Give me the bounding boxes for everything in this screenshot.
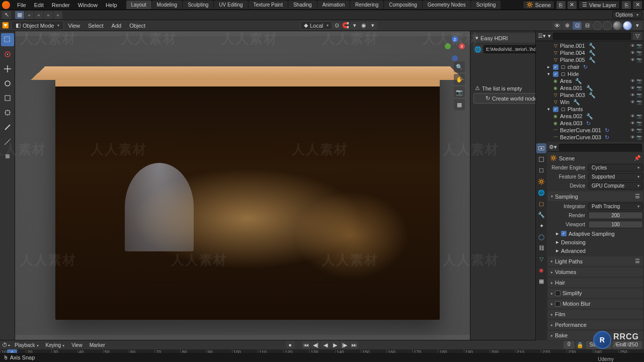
overlay-toggle[interactable]: ⊡ [573, 22, 582, 30]
hide-viewport-toggle[interactable]: 👁 [629, 134, 635, 140]
collection-checkbox[interactable]: ✓ [553, 71, 558, 77]
hdri-path-field[interactable]: E:\Media\Vid...terior\..\hdri\ [484, 45, 542, 53]
hide-render-toggle[interactable]: 📷 [636, 134, 642, 140]
jump-start-button[interactable]: ⏮ [302, 341, 311, 349]
workspace-tab-rendering[interactable]: Rendering [350, 1, 383, 9]
hide-viewport-toggle[interactable]: 👁 [629, 57, 635, 63]
viewport-menu-select[interactable]: Select [84, 21, 108, 30]
prop-tab-object[interactable]: ▢ [536, 199, 546, 209]
outliner-row[interactable]: ◉Area.001🔧👁📷 [536, 84, 644, 92]
advanced-row[interactable]: ▸Advanced [548, 246, 643, 255]
expand-icon[interactable]: ▾ [545, 106, 551, 112]
outliner-row[interactable]: ▽Win🔧👁📷 [536, 99, 644, 106]
section-film[interactable]: ▸Film [548, 310, 643, 319]
outliner-editor-icon[interactable]: ☰▾ [538, 33, 546, 39]
tool-move[interactable] [1, 62, 14, 75]
prop-tab-data[interactable]: ▽ [536, 254, 546, 264]
hide-viewport-toggle[interactable]: 👁 [629, 43, 635, 49]
hide-render-toggle[interactable]: 📷 [636, 99, 642, 105]
menu-edit[interactable]: Edit [30, 1, 48, 10]
select-mode-3[interactable]: ▫ [34, 11, 43, 19]
workspace-tab-uv[interactable]: UV Editing [214, 1, 248, 9]
timeline-editor-icon[interactable]: ⏱▾ [2, 342, 11, 348]
tool-measure[interactable] [1, 135, 14, 148]
viewlayer-delete-button[interactable]: ✕ [633, 1, 642, 9]
restore-icon[interactable]: ↻ [586, 120, 591, 127]
shading-dropdown[interactable]: ▾ [633, 22, 642, 30]
shading-rendered[interactable] [623, 21, 632, 30]
camera-icon[interactable]: 📷 [454, 86, 465, 98]
viewport-menu-view[interactable]: View [64, 21, 84, 30]
section-checkbox[interactable] [555, 291, 560, 296]
viewport-samples-field[interactable]: 100 [588, 221, 643, 228]
autokey-button[interactable]: ● [286, 341, 295, 349]
hide-viewport-toggle[interactable]: 👁 [629, 120, 635, 126]
hide-render-toggle[interactable]: 📷 [636, 92, 642, 98]
gizmo-toggle[interactable]: ⊕ [562, 22, 572, 30]
workspace-tab-geonodes[interactable]: Geometry Nodes [423, 1, 471, 9]
hide-render-toggle[interactable]: 📷 [636, 127, 642, 133]
zoom-icon[interactable]: 🔍 [454, 61, 465, 72]
integrator-dropdown[interactable]: Path Tracing [588, 203, 643, 210]
timeline-view-menu[interactable]: View [68, 341, 86, 349]
restore-icon[interactable]: ↻ [605, 134, 609, 141]
workspace-tab-shading[interactable]: Shading [288, 1, 317, 9]
mode-selector[interactable]: ◧Object Mode [11, 21, 64, 30]
section-light-paths[interactable]: ▸Light Paths☰ [548, 256, 643, 266]
section-volumes[interactable]: ▸Volumes [548, 267, 643, 277]
collection-checkbox[interactable]: ✓ [553, 107, 558, 112]
workspace-tab-compositing[interactable]: Compositing [384, 1, 422, 9]
viewport-menu-add[interactable]: Add [108, 21, 126, 30]
workspace-tab-layout[interactable]: Layout [126, 1, 151, 9]
hide-render-toggle[interactable]: 📷 [636, 78, 642, 84]
tool-select-box[interactable] [1, 33, 14, 46]
navigation-gizmo[interactable]: Z X [445, 36, 465, 56]
timeline-keying-menu[interactable]: Keying [43, 341, 68, 349]
keyframe-prev-button[interactable]: ◀| [311, 341, 320, 349]
snap-dropdown[interactable]: ▾ [350, 22, 359, 30]
visibility-icon[interactable]: 👁 [552, 22, 561, 30]
prop-tab-physics[interactable]: ◯ [536, 232, 546, 242]
outliner-row[interactable]: 〰BezierCurve.001↻👁📷 [536, 127, 644, 134]
outliner-row[interactable]: ▾✓▢Hide [536, 70, 644, 77]
hide-render-toggle[interactable]: 📷 [636, 57, 642, 63]
outliner-row[interactable]: ▾✓▢Plants [536, 106, 644, 113]
pin-icon[interactable]: 📌 [634, 155, 641, 161]
xray-toggle[interactable]: ⊟ [583, 22, 592, 30]
workspace-tab-texpaint[interactable]: Texture Paint [249, 1, 288, 9]
outliner-row[interactable]: ▽Plane.003🔧👁📷 [536, 92, 644, 99]
tool-add-cube[interactable] [1, 150, 14, 163]
prop-tab-viewlayer[interactable]: ☐ [536, 165, 546, 175]
hide-render-toggle[interactable]: 📷 [636, 120, 642, 126]
workspace-tab-modeling[interactable]: Modeling [152, 1, 183, 9]
preset-icon[interactable]: ☰ [635, 258, 640, 264]
prop-tab-scene[interactable]: 🔆 [536, 176, 546, 187]
outliner-row[interactable]: 〰BezierCurve.003↻👁📷 [536, 134, 644, 141]
hide-viewport-toggle[interactable]: 👁 [629, 99, 635, 105]
collection-checkbox[interactable]: ✓ [553, 64, 558, 70]
options-dropdown[interactable]: Options [612, 11, 642, 19]
menu-file[interactable]: File [13, 1, 30, 10]
viewlayer-new-button[interactable]: ⎘ [622, 1, 631, 9]
axis-z-icon[interactable]: Z [452, 36, 458, 42]
workspace-tab-animation[interactable]: Animation [317, 1, 350, 9]
restore-icon[interactable]: ↻ [583, 64, 588, 70]
workspace-tab-scripting[interactable]: Scripting [471, 1, 501, 9]
section-motion-blur[interactable]: ▸Motion Blur [548, 299, 643, 308]
shading-solid[interactable] [603, 21, 612, 30]
outliner-search-input[interactable] [553, 33, 631, 40]
section-performance[interactable]: ▸Performance [548, 320, 643, 329]
axis-y-icon[interactable] [445, 43, 451, 49]
hide-render-toggle[interactable]: 📷 [636, 50, 642, 56]
editor-type-icon[interactable]: 🔽 [2, 22, 9, 29]
snap-toggle[interactable]: 🧲 [341, 22, 350, 30]
viewport-menu-object[interactable]: Object [125, 21, 149, 30]
select-mode-2[interactable]: ▫ [25, 11, 34, 19]
jump-end-button[interactable]: ⏭ [350, 341, 359, 349]
orientation-dropdown[interactable]: ◆Local [300, 21, 332, 30]
prop-tab-render[interactable] [536, 143, 546, 153]
play-button[interactable]: ▶ [331, 341, 340, 349]
play-reverse-button[interactable]: ◀ [321, 341, 330, 349]
cursor-tool-icon[interactable]: ↖ [2, 11, 11, 19]
section-hair[interactable]: ▸Hair [548, 278, 643, 287]
